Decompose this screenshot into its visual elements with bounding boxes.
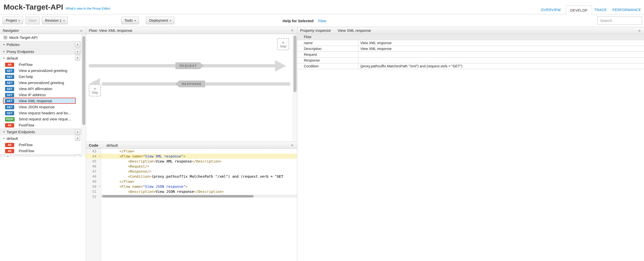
add-step-button-request[interactable]: + Step (277, 38, 289, 50)
flow-item-label: View XML response (19, 99, 52, 103)
gutter-line-number[interactable]: 47 (86, 169, 101, 174)
gutter-line-number[interactable]: 46 (86, 164, 101, 169)
revision-menu-button[interactable]: Revision 1 ▾ (42, 17, 68, 24)
gutter-line-number[interactable]: 44▾ (86, 154, 101, 159)
property-label: name (297, 40, 358, 46)
property-label: Condition (297, 63, 358, 69)
tab-trace[interactable]: TRACE (594, 8, 607, 12)
proxy-endpoint-default[interactable]: ▾ default + (0, 55, 86, 61)
flow-item-preflow[interactable]: All PreFlow (0, 61, 86, 67)
project-menu-button[interactable]: Project ▾ (3, 17, 23, 24)
code-line[interactable]: <Flow name="View XML response"> (101, 154, 297, 159)
gutter-line-number[interactable]: 50▾ (86, 184, 101, 189)
code-line[interactable]: <Response/> (101, 169, 297, 174)
collapse-navigator-icon[interactable]: « (80, 27, 82, 34)
navigator-root-item[interactable]: Mock-Target-API (0, 34, 86, 41)
flow-item[interactable]: POST Send request and view reque... (0, 116, 86, 122)
code-line[interactable]: </Flow> (101, 149, 297, 154)
section-proxy-endpoints[interactable]: ▾ Proxy Endpoints + (0, 48, 86, 55)
fold-toggle-icon[interactable]: ▾ (99, 184, 100, 189)
add-policy-button[interactable]: + (75, 42, 80, 47)
disclosure-icon: ▾ (3, 50, 5, 53)
add-proxy-endpoint-button[interactable]: + (75, 49, 80, 54)
collapse-code-panel-icon[interactable]: » (289, 144, 296, 146)
target-endpoint-default[interactable]: ▾ default + (0, 135, 86, 142)
whats-new-link[interactable]: What's new in the Proxy Editor (66, 7, 110, 10)
response-lane-badge: RESPONSE (175, 81, 205, 87)
tab-performance[interactable]: PERFORMANCE (612, 8, 641, 12)
gutter-line-number[interactable]: 49 (86, 179, 101, 184)
flow-item[interactable]: GET View personalized greeting (0, 80, 86, 86)
target-flow-item-postflow[interactable]: All PostFlow (0, 148, 86, 154)
flow-canvas: + Step REQUEST RESPONSE + Step (86, 34, 297, 142)
code-line[interactable]: <Flow name="View JSON response"> (101, 184, 297, 189)
gutter-line-number[interactable]: 45 (86, 159, 101, 164)
target-flow-item-preflow[interactable]: All PreFlow (0, 142, 86, 148)
navigator-scrollbar-thumb[interactable] (82, 36, 85, 125)
gutter-line-number[interactable]: 48 (86, 174, 101, 179)
code-line[interactable]: <Condition>(proxy.pathsuffix MatchesPath… (101, 174, 297, 179)
flow-item[interactable]: GET Get help (0, 73, 86, 80)
navigator-header: Navigator « (0, 27, 86, 34)
flow-item[interactable]: GET View IP address (0, 92, 86, 98)
proxy-endpoint-default-label: default (7, 56, 18, 60)
request-arrow-icon (275, 60, 286, 72)
property-value[interactable]: (proxy.pathsuffix MatchesPath "/xml") an… (358, 63, 644, 69)
gutter-line-number[interactable]: 52 (86, 194, 101, 199)
gutter-line-number[interactable]: 43 (86, 149, 101, 154)
section-target-endpoints-label: Target Endpoints (7, 130, 35, 134)
deployment-menu-button[interactable]: Deployment ▾ (146, 17, 174, 24)
flow-item[interactable]: GET View request headers and bo... (0, 110, 86, 116)
property-value[interactable] (358, 52, 644, 57)
flow-item[interactable]: GET View API affirmation (0, 86, 86, 92)
add-step-button-response[interactable]: + Step (89, 84, 101, 96)
section-policies[interactable]: ▾ Policies + (0, 41, 86, 48)
flow-item-selected[interactable]: GET View XML response (3, 98, 76, 104)
tab-overview[interactable]: OVERVIEW (541, 8, 561, 12)
property-label: Response (297, 58, 358, 63)
flow-item-label: View a personalized greeting (19, 68, 67, 73)
method-badge: All (5, 123, 14, 127)
code-line[interactable]: <Request/> (101, 164, 297, 169)
property-inspector-panel: Property Inspector View XML response » F… (297, 27, 644, 261)
flow-canvas-scrollbar-thumb[interactable] (293, 36, 297, 92)
property-table: name View XML response Description View … (297, 40, 644, 69)
help-for-selected-label: Help for Selected (283, 19, 314, 23)
property-value[interactable]: View XML response (358, 46, 644, 51)
tab-develop[interactable]: DEVELOP (566, 6, 592, 15)
flow-item-label: View personalized greeting (19, 81, 64, 85)
code-line[interactable]: </Flow> (101, 179, 297, 184)
property-row-description: Description View XML response (297, 46, 644, 52)
code-hscrollbar-thumb[interactable] (102, 195, 254, 197)
add-resource-button[interactable]: + (75, 155, 80, 157)
code-line[interactable]: <Description>View XML response</Descript… (101, 159, 297, 164)
flow-item[interactable]: GET View JSON response (0, 104, 86, 110)
target-endpoint-default-label: default (7, 136, 18, 141)
tools-menu-button[interactable]: Tools ▾ (121, 17, 139, 24)
flow-item-label: PreFlow (19, 143, 33, 147)
code-lines[interactable]: </Flow> <Flow name="View XML response"> … (101, 149, 297, 261)
page-title: Mock-Target-API (4, 3, 63, 12)
caret-down-icon: ▾ (63, 19, 65, 22)
section-resources-clipped[interactable]: ▾ Resources + (0, 154, 86, 157)
code-panel-title: Code (89, 143, 98, 147)
code-line[interactable]: <Description>View JSON response</Descrip… (101, 189, 297, 194)
add-target-endpoint-button[interactable]: + (75, 129, 80, 135)
save-button[interactable]: Save (25, 17, 40, 24)
add-target-flow-button[interactable]: + (75, 136, 80, 141)
flow-editor-panel: Flow: View XML response « + Step REQUEST… (86, 27, 297, 261)
fold-toggle-icon[interactable]: ▾ (99, 154, 100, 159)
property-value[interactable] (358, 58, 644, 63)
section-target-endpoints[interactable]: ▾ Target Endpoints + (0, 128, 86, 135)
add-flow-button[interactable]: + (75, 55, 80, 61)
search-input[interactable] (597, 16, 642, 25)
collapse-flow-panel-icon[interactable]: « (289, 29, 296, 31)
help-flow-link[interactable]: Flow (318, 19, 326, 23)
expand-property-panel-icon[interactable]: » (638, 27, 640, 34)
flow-item-postflow[interactable]: All PostFlow (0, 122, 86, 128)
property-value[interactable]: View XML response (358, 40, 644, 46)
gutter-line-number[interactable]: 51 (86, 189, 101, 194)
code-panel-header: Code default » (86, 142, 297, 149)
method-badge: GET (5, 93, 14, 97)
flow-item[interactable]: GET View a personalized greeting (0, 67, 86, 73)
